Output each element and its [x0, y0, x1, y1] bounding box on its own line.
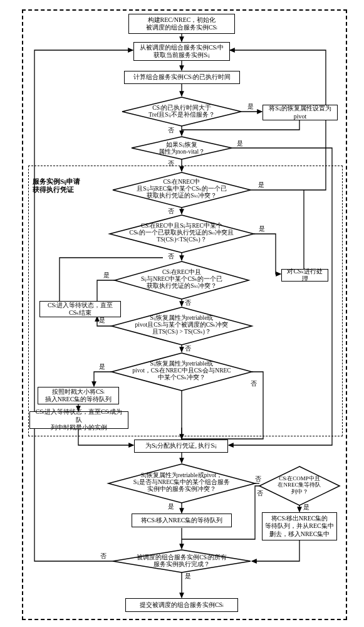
- label-yes: 是: [99, 362, 105, 371]
- box-set-pivot: 将Sᵢⱼ的恢复属性设置为pivot: [263, 105, 338, 120]
- label-no: 否: [168, 207, 174, 216]
- diamond-d10-text: 被调度的组合服务实例CSᵢ的所有 服务实例执行完成？: [132, 554, 232, 568]
- box-text: 将CSᵢ移出NREC集的 等待队列，并从REC集中 删去，移入NREC集中: [265, 515, 333, 539]
- box-move-queue: 将CSᵢ移入NREC集的等待队列: [132, 514, 232, 527]
- box-move-sets: 将CSᵢ移出NREC集的 等待队列，并从REC集中 删去，移入NREC集中: [262, 512, 337, 540]
- box-text: 为Sᵢⱼ分配执行凭证, 执行Sᵢⱼ: [145, 442, 217, 450]
- box-insert-queue: 按照时戳大小将CSᵢ 插入NREC集的等待队列: [38, 387, 119, 404]
- label-no: 否: [100, 552, 107, 561]
- box-text: 对CSₖ进行处理: [284, 268, 325, 283]
- diamond-d9-text: CSᵢ在COMP中且 在NREC集等待队 列中？: [271, 475, 328, 495]
- label-no: 否: [168, 126, 174, 135]
- label-yes: 是: [303, 503, 309, 512]
- label-no: 否: [185, 344, 191, 353]
- box-exec: 为Sᵢⱼ分配执行凭证, 执行Sᵢⱼ: [134, 440, 228, 453]
- box-wait-smallest: CSᵢ进入等待状态，直至CSᵢ成为队 列中时戳最小的实例: [29, 411, 128, 429]
- box-process-csk: 对CSₖ进行处理: [281, 269, 328, 282]
- label-yes: 是: [99, 316, 105, 325]
- label-no: 否: [255, 475, 261, 483]
- box-init: 构建REC/NREC，初始化 被调度的组合服务实例CSᵢ: [128, 14, 235, 34]
- diamond-d5-text: CSᵢ在REC中且 Sᵢⱼ与NREC中某个CSₖ的一个已 获取执行凭证的Sₖₗ冲…: [133, 269, 231, 290]
- label-yes: 是: [247, 102, 254, 111]
- label-no: 否: [168, 159, 174, 168]
- label-yes: 是: [168, 502, 174, 511]
- diamond-d7-text: Sᵢⱼ恢复属性为retriable或 pivot，CSᵢ在NREC中且CSᵢ会与…: [128, 361, 235, 381]
- box-calc-time: 计算组合服务实例CSᵢ的已执行时间: [124, 71, 240, 84]
- label-no: 否: [185, 298, 191, 307]
- label-yes: 是: [258, 181, 264, 189]
- box-text: 构建REC/NREC，初始化 被调度的组合服务实例CSᵢ: [146, 16, 217, 32]
- box-text: CSᵢ进入等待状态，直至CSᵢ成为队 列中时戳最小的实例: [33, 408, 125, 432]
- label-yes: 是: [237, 139, 243, 148]
- diamond-d1-text: CSᵢ的已执行时间大于 Tref且Sᵢⱼ不是补偿服务？: [138, 105, 226, 119]
- label-no: 否: [251, 379, 257, 388]
- label-no: 否: [168, 252, 174, 261]
- diamond-d2-text: 如果Sᵢⱼ恢复 属性为non-vital？: [138, 142, 226, 155]
- diamond-d3-text: CSᵢ在NREC中 且Sᵢⱼ与REC集中某个CSₖ的一个已 获取执行凭证的Sₖₗ…: [133, 179, 231, 199]
- box-text: CSᵢ进入等待状态，直至 CSₖ结束: [48, 302, 113, 317]
- diamond-d6-text: Sᵢⱼ恢复属性为retriable或 pivot且CSᵢ与某个被调度的CSₖ冲突…: [128, 315, 235, 335]
- box-wait-csk-end: CSᵢ进入等待状态，直至 CSₖ结束: [39, 301, 121, 317]
- box-text: 从被调度的组合服务实例CSᵢ中 获取当前服务实例Sᵢⱼ: [140, 44, 224, 60]
- label-yes: 是: [259, 224, 265, 233]
- box-text: 提交被调度的组合服务实例CSᵢ: [140, 601, 224, 609]
- box-get-instance: 从被调度的组合服务实例CSᵢ中 获取当前服务实例Sᵢⱼ: [133, 42, 230, 61]
- label-yes: 是: [185, 572, 191, 581]
- label-no: 否: [257, 489, 263, 498]
- box-text: 将CSᵢ移入NREC集的等待队列: [141, 517, 223, 525]
- section-label-text: 服务实例Sᵢⱼ申请 获得执行凭证: [33, 177, 80, 193]
- label-yes: 是: [103, 271, 110, 280]
- box-text: 计算组合服务实例CSᵢ的已执行时间: [133, 73, 230, 82]
- box-text: 将Sᵢⱼ的恢复属性设置为pivot: [266, 105, 335, 120]
- box-submit: 提交被调度的组合服务实例CSᵢ: [125, 598, 238, 612]
- diamond-d4-text: CSᵢ在REC中且Sᵢⱼ与REC中某个 CSₖ的一个已获取执行凭证的Sₖₗ冲突且…: [127, 223, 236, 243]
- diamond-d8-text: Sᵢⱼ恢复属性为retriable或pivot， Sᵢⱼ是否与NREC集中的某个…: [128, 472, 235, 493]
- section-label: 服务实例Sᵢⱼ申请 获得执行凭证: [33, 177, 80, 194]
- box-text: 按照时戳大小将CSᵢ 插入NREC集的等待队列: [45, 388, 112, 404]
